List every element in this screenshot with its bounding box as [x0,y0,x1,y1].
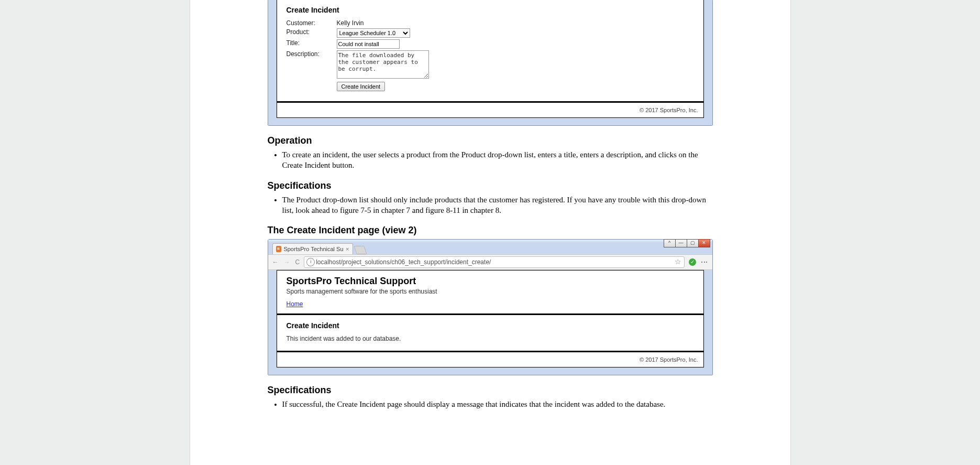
menu-icon[interactable]: ⋮ [700,258,708,266]
forward-icon[interactable]: → [284,258,290,266]
specs1-bullet: The Product drop-down list should only i… [282,194,713,216]
heading-operation: Operation [268,135,713,146]
footer-copyright-2: © 2017 SportsPro, Inc. [277,352,703,367]
caret-icon[interactable]: ^ [664,239,676,247]
site-subtitle: Sports management software for the sport… [287,288,694,295]
browser-window-view2: ^ — ▢ ✕ ⌗ SportsPro Technical Supp × ← →… [268,239,713,375]
new-tab-button[interactable] [354,246,367,254]
tab-close-icon[interactable]: × [346,246,349,252]
description-label: Description: [287,50,337,58]
heading-view2: The Create Incident page (view 2) [268,225,713,236]
reload-icon[interactable]: C [295,258,300,266]
tab-title: SportsPro Technical Supp [283,246,344,252]
create-incident-button[interactable]: Create Incident [337,82,386,91]
star-icon[interactable]: ☆ [675,257,681,266]
site-title: SportsPro Technical Support [287,276,694,287]
heading-specifications-1: Specifications [268,180,713,191]
browser-window-view1: Create Incident Customer: Kelly Irvin Pr… [268,0,713,126]
browser-tab[interactable]: ⌗ SportsPro Technical Supp × [272,243,353,254]
success-message: This incident was added to our database. [287,335,694,342]
document-page: Create Incident Customer: Kelly Irvin Pr… [190,0,791,465]
form-heading: Create Incident [287,6,694,14]
minimize-icon[interactable]: — [675,239,687,247]
specs2-bullet: If successful, the Create Incident page … [282,399,713,409]
secure-icon: ✓ [689,258,696,266]
back-icon[interactable]: ← [272,258,279,266]
product-label: Product: [287,28,337,36]
description-textarea[interactable] [337,50,429,79]
product-select[interactable]: League Scheduler 1.0 [337,28,410,38]
home-link[interactable]: Home [287,300,303,308]
address-bar[interactable] [304,256,684,268]
customer-value: Kelly Irvin [337,19,364,27]
maximize-icon[interactable]: ▢ [687,239,699,247]
close-icon[interactable]: ✕ [698,239,710,247]
title-input[interactable] [337,39,400,49]
title-label: Title: [287,39,337,47]
favicon-icon: ⌗ [276,246,282,252]
operation-bullet: To create an incident, the user selects … [282,149,713,171]
page-heading: Create Incident [287,321,694,330]
heading-specifications-2: Specifications [268,385,713,396]
footer-copyright: © 2017 SportsPro, Inc. [277,103,703,117]
customer-label: Customer: [287,19,337,27]
